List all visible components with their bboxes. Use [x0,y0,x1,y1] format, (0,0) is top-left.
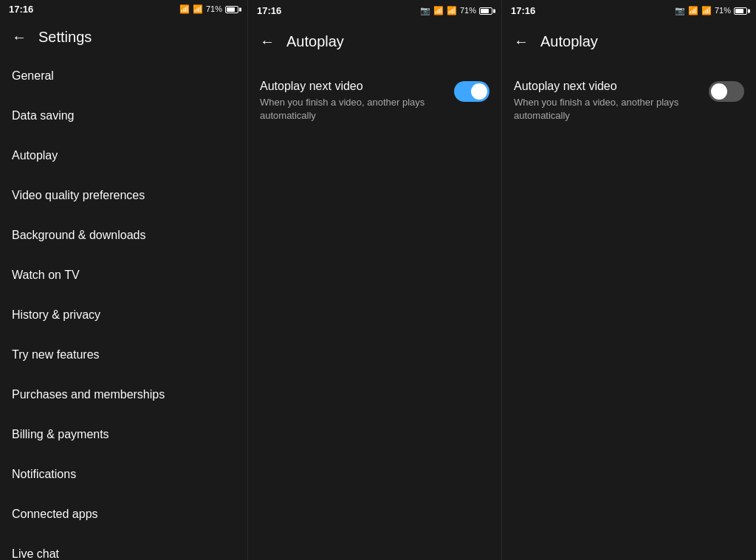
status-bar-right: 17:16 📷 📶 📶 71% [502,0,756,21]
autoplay-next-video-row-middle: Autoplay next video When you finish a vi… [260,74,489,128]
image-icon-right: 📷 [675,6,685,15]
battery-text-middle: 71% [460,6,476,15]
battery-icon-left [225,4,238,13]
autoplay-next-video-row-right: Autoplay next video When you finish a vi… [514,74,744,128]
time-right: 17:16 [511,5,535,16]
settings-item-live-chat[interactable]: Live chat [0,534,247,560]
battery-text-right: 71% [715,6,731,15]
settings-item-billing-payments[interactable]: Billing & payments [0,415,247,454]
signal-icon-right: 📶 [701,6,712,15]
autoplay-header-right: ← Autoplay [502,21,756,62]
autoplay-header-middle: ← Autoplay [248,21,501,62]
settings-panel: 17:16 📶 📶 71% ← Settings General Data sa… [0,0,248,560]
time-left: 17:16 [9,4,33,15]
settings-item-background-downloads[interactable]: Background & downloads [0,215,247,255]
battery-text-left: 71% [206,4,222,13]
autoplay-next-video-description-right: When you finish a video, another plays a… [514,96,697,122]
autoplay-content-middle: Autoplay next video When you finish a vi… [248,62,501,140]
back-arrow-autoplay-middle[interactable]: ← [260,33,275,50]
settings-item-general[interactable]: General [0,56,247,96]
autoplay-panel-on: 17:16 📷 📶 📶 71% ← Autoplay Autoplay next… [248,0,502,560]
status-bar-left: 17:16 📶 📶 71% [0,0,247,18]
autoplay-next-video-text-right: Autoplay next video When you finish a vi… [514,80,697,122]
settings-title: Settings [38,29,92,46]
image-icon-middle: 📷 [420,6,430,15]
settings-list: General Data saving Autoplay Video quali… [0,56,247,560]
wifi-icon-middle: 📶 [433,6,444,15]
wifi-icon-right: 📶 [688,6,698,15]
autoplay-panel-off: 17:16 📷 📶 📶 71% ← Autoplay Autoplay next… [502,0,756,560]
settings-header: ← Settings [0,18,247,56]
wifi-icon: 📶 [179,4,190,14]
signal-icon-middle: 📶 [447,6,457,15]
back-arrow-settings[interactable]: ← [12,29,27,46]
autoplay-next-video-description-middle: When you finish a video, another plays a… [260,96,442,122]
settings-item-try-new-features[interactable]: Try new features [0,335,247,375]
battery-icon-right [734,6,747,15]
autoplay-next-video-text-middle: Autoplay next video When you finish a vi… [260,80,442,122]
time-middle: 17:16 [257,5,281,16]
settings-item-notifications[interactable]: Notifications [0,454,247,494]
status-icons-middle: 📷 📶 📶 71% [420,6,492,15]
autoplay-toggle-right[interactable] [709,81,744,102]
status-icons-right: 📷 📶 📶 71% [675,6,747,15]
settings-item-history-privacy[interactable]: History & privacy [0,295,247,335]
signal-icon: 📶 [193,4,203,14]
status-icons-left: 📶 📶 71% [179,4,238,14]
autoplay-next-video-label-middle: Autoplay next video [260,80,442,93]
settings-item-autoplay[interactable]: Autoplay [0,136,247,176]
battery-icon-middle [479,6,492,15]
settings-item-purchases-memberships[interactable]: Purchases and memberships [0,375,247,415]
autoplay-next-video-label-right: Autoplay next video [514,80,697,93]
autoplay-title-middle: Autoplay [286,33,344,50]
status-bar-middle: 17:16 📷 📶 📶 71% [248,0,501,21]
autoplay-title-right: Autoplay [540,33,598,50]
settings-item-data-saving[interactable]: Data saving [0,96,247,136]
autoplay-toggle-middle[interactable] [454,81,489,102]
settings-item-watch-on-tv[interactable]: Watch on TV [0,255,247,295]
back-arrow-autoplay-right[interactable]: ← [514,33,529,50]
settings-item-video-quality[interactable]: Video quality preferences [0,176,247,215]
settings-item-connected-apps[interactable]: Connected apps [0,494,247,534]
autoplay-content-right: Autoplay next video When you finish a vi… [502,62,756,140]
